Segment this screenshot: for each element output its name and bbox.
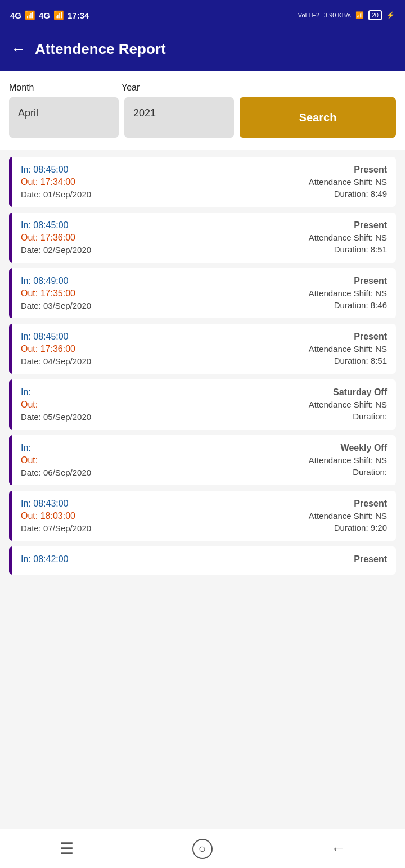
status-badge: Weekly Off bbox=[341, 443, 387, 453]
filter-inputs: April 2021 Search bbox=[9, 97, 396, 138]
attendance-card: In: 08:42:00Present bbox=[9, 546, 396, 575]
battery-icon: 20 bbox=[368, 10, 382, 20]
status-badge: Present bbox=[354, 332, 387, 342]
card-left: In: 08:45:00Out: 17:36:00Date: 02/Sep/20… bbox=[21, 220, 91, 255]
duration-text: Duration: 9:20 bbox=[334, 523, 387, 532]
status-badge: Present bbox=[354, 499, 387, 509]
status-badge: Present bbox=[354, 554, 387, 564]
date-text: Date: 03/Sep/2020 bbox=[21, 301, 91, 310]
date-text: Date: 01/Sep/2020 bbox=[21, 189, 91, 199]
signal2-icon: 📶 bbox=[53, 10, 64, 20]
search-button[interactable]: Search bbox=[240, 97, 396, 138]
menu-icon[interactable]: ☰ bbox=[60, 839, 74, 858]
nav-back-button[interactable]: ← bbox=[331, 840, 346, 857]
shift-text: Attendance Shift: NS bbox=[309, 233, 387, 242]
duration-text: Duration: 8:46 bbox=[334, 300, 387, 310]
time-label: 17:34 bbox=[68, 11, 89, 20]
date-text: Date: 07/Sep/2020 bbox=[21, 523, 91, 533]
speed-label: 3.90 KB/s bbox=[324, 12, 351, 19]
filter-section: Month Year April 2021 Search bbox=[0, 71, 405, 150]
shift-text: Attendance Shift: NS bbox=[309, 400, 387, 409]
card-right: PresentAttendance Shift: NSDuration: 8:5… bbox=[309, 220, 387, 255]
status-badge: Saturday Off bbox=[333, 387, 387, 397]
card-right: Saturday OffAttendance Shift: NSDuration… bbox=[309, 387, 387, 422]
attendance-card: In: 08:49:00Out: 17:35:00Date: 03/Sep/20… bbox=[9, 268, 396, 318]
shift-text: Attendance Shift: NS bbox=[309, 177, 387, 187]
status-bar-right: VoLTE2 3.90 KB/s 📶 20 ⚡ bbox=[298, 10, 395, 20]
shift-text: Attendance Shift: NS bbox=[309, 288, 387, 298]
date-text: Date: 02/Sep/2020 bbox=[21, 245, 91, 255]
network1-label: 4G bbox=[10, 11, 21, 20]
time-in: In: 08:42:00 bbox=[21, 554, 69, 564]
card-right: Present bbox=[354, 554, 387, 567]
duration-text: Duration: 8:51 bbox=[334, 245, 387, 254]
month-input[interactable]: April bbox=[9, 97, 119, 138]
card-right: PresentAttendance Shift: NSDuration: 8:4… bbox=[309, 276, 387, 310]
network2-label: 4G bbox=[39, 11, 50, 20]
card-right: PresentAttendance Shift: NSDuration: 8:4… bbox=[309, 165, 387, 199]
card-right: Weekly OffAttendance Shift: NSDuration: bbox=[309, 443, 387, 477]
attendance-card: In: 08:45:00Out: 17:36:00Date: 04/Sep/20… bbox=[9, 324, 396, 374]
wifi-icon: 📶 bbox=[356, 11, 364, 19]
duration-text: Duration: bbox=[353, 467, 387, 477]
home-icon: ○ bbox=[199, 842, 206, 856]
card-left: In: 08:45:00Out: 17:34:00Date: 01/Sep/20… bbox=[21, 165, 91, 199]
attendance-card: In: 08:45:00Out: 17:34:00Date: 01/Sep/20… bbox=[9, 157, 396, 207]
shift-text: Attendance Shift: NS bbox=[309, 511, 387, 521]
time-in: In: 08:49:00 bbox=[21, 276, 91, 286]
home-button[interactable]: ○ bbox=[192, 839, 213, 859]
header: ← Attendence Report bbox=[0, 30, 405, 71]
duration-text: Duration: 8:49 bbox=[334, 189, 387, 198]
bottom-nav: ☰ ○ ← bbox=[0, 829, 405, 868]
time-out: Out: 17:35:00 bbox=[21, 288, 91, 299]
time-out: Out: bbox=[21, 400, 91, 410]
attendance-card: In: 08:43:00Out: 18:03:00Date: 07/Sep/20… bbox=[9, 491, 396, 541]
filter-labels: Month Year bbox=[9, 83, 396, 93]
card-left: In: 08:45:00Out: 17:36:00Date: 04/Sep/20… bbox=[21, 332, 91, 366]
attendance-card: In: 08:45:00Out: 17:36:00Date: 02/Sep/20… bbox=[9, 213, 396, 263]
page-title: Attendence Report bbox=[35, 40, 166, 58]
volte-label: VoLTE2 bbox=[298, 12, 320, 19]
time-in: In: 08:45:00 bbox=[21, 220, 91, 230]
date-text: Date: 04/Sep/2020 bbox=[21, 356, 91, 366]
date-text: Date: 06/Sep/2020 bbox=[21, 468, 91, 477]
shift-text: Attendance Shift: NS bbox=[309, 455, 387, 465]
status-badge: Present bbox=[354, 220, 387, 230]
status-bar: 4G 📶 4G 📶 17:34 VoLTE2 3.90 KB/s 📶 20 ⚡ bbox=[0, 0, 405, 30]
status-bar-left: 4G 📶 4G 📶 17:34 bbox=[10, 10, 89, 20]
duration-text: Duration: bbox=[353, 412, 387, 421]
shift-text: Attendance Shift: NS bbox=[309, 344, 387, 354]
time-out: Out: 17:36:00 bbox=[21, 233, 91, 243]
time-in: In: 08:45:00 bbox=[21, 332, 91, 342]
time-in: In: bbox=[21, 387, 91, 397]
signal-icon: 📶 bbox=[25, 10, 35, 20]
card-right: PresentAttendance Shift: NSDuration: 9:2… bbox=[309, 499, 387, 533]
card-left: In: 08:42:00 bbox=[21, 554, 69, 567]
attendance-list: In: 08:45:00Out: 17:34:00Date: 01/Sep/20… bbox=[0, 150, 405, 581]
bolt-icon: ⚡ bbox=[386, 11, 395, 19]
date-text: Date: 05/Sep/2020 bbox=[21, 412, 91, 422]
duration-text: Duration: 8:51 bbox=[334, 356, 387, 365]
time-out: Out: 17:34:00 bbox=[21, 177, 91, 187]
time-out: Out: 18:03:00 bbox=[21, 511, 91, 521]
time-in: In: 08:45:00 bbox=[21, 165, 91, 175]
year-label: Year bbox=[122, 83, 240, 93]
status-badge: Present bbox=[354, 276, 387, 286]
attendance-card: In:Out:Date: 06/Sep/2020Weekly OffAttend… bbox=[9, 435, 396, 485]
card-left: In:Out:Date: 05/Sep/2020 bbox=[21, 387, 91, 422]
time-in: In: bbox=[21, 443, 91, 453]
card-left: In:Out:Date: 06/Sep/2020 bbox=[21, 443, 91, 477]
time-out: Out: 17:36:00 bbox=[21, 344, 91, 354]
card-left: In: 08:49:00Out: 17:35:00Date: 03/Sep/20… bbox=[21, 276, 91, 310]
back-button[interactable]: ← bbox=[11, 40, 26, 58]
time-in: In: 08:43:00 bbox=[21, 499, 91, 509]
card-left: In: 08:43:00Out: 18:03:00Date: 07/Sep/20… bbox=[21, 499, 91, 533]
card-right: PresentAttendance Shift: NSDuration: 8:5… bbox=[309, 332, 387, 366]
year-input[interactable]: 2021 bbox=[124, 97, 234, 138]
status-badge: Present bbox=[354, 165, 387, 175]
time-out: Out: bbox=[21, 455, 91, 465]
attendance-card: In:Out:Date: 05/Sep/2020Saturday OffAtte… bbox=[9, 379, 396, 430]
month-label: Month bbox=[9, 83, 122, 93]
